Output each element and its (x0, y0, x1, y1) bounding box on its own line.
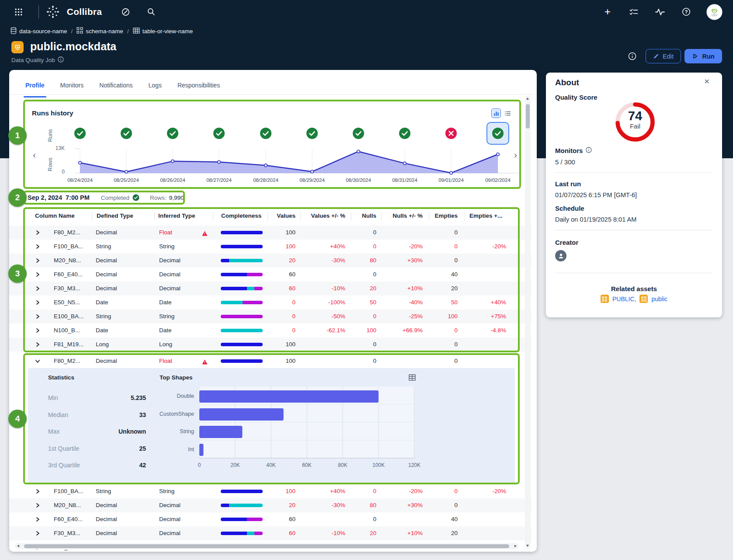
close-icon[interactable]: × (704, 76, 709, 87)
expand-row-chevron-icon[interactable] (35, 243, 41, 250)
run-status-pass-icon[interactable] (213, 127, 225, 139)
shapes-table-view-icon[interactable] (409, 374, 416, 383)
compass-icon[interactable] (119, 0, 132, 24)
header-info-icon[interactable] (628, 52, 636, 62)
data-quality-job-icon (11, 41, 24, 53)
collibra-logo-text[interactable]: Collibra (62, 0, 107, 24)
search-icon[interactable] (145, 0, 158, 24)
table-row[interactable]: F80_M2...DecimalFloat10000 (9, 226, 532, 240)
creator-avatar[interactable] (555, 250, 566, 261)
schema-asset-icon[interactable] (601, 295, 609, 303)
collapse-row-chevron-icon[interactable] (35, 358, 41, 364)
list-view-button[interactable] (503, 108, 512, 118)
column-header[interactable]: Column Name (35, 209, 75, 223)
defined-type-cell: Decimal (96, 526, 117, 540)
vertical-scrollbar[interactable] (525, 95, 531, 549)
expand-row-chevron-icon[interactable] (35, 516, 41, 522)
horizontal-scrollbar[interactable] (15, 543, 519, 549)
related-asset-link[interactable]: PUBLIC, (612, 296, 636, 303)
top-shapes-bars[interactable] (199, 386, 418, 461)
column-header[interactable]: Empties +... (469, 209, 502, 223)
table-row[interactable]: F100_BA...StringString100+40%0-20%0-20% (9, 484, 532, 498)
help-icon[interactable]: ? (679, 0, 693, 24)
table-row[interactable]: M20_N8...DecimalDecimal20-30%80+30%0 (9, 254, 532, 268)
expand-row-chevron-icon[interactable] (35, 488, 41, 494)
runs-area-chart[interactable] (66, 145, 523, 175)
vertical-scroll-thumb[interactable] (526, 104, 530, 129)
column-header[interactable]: Inferred Type (158, 209, 195, 223)
horizontal-scroll-thumb[interactable] (24, 544, 509, 548)
empties-cell: 0 (410, 240, 458, 254)
tab-logs[interactable]: Logs (148, 80, 163, 94)
table-row[interactable]: F60_E40...DecimalDecimal60040 (9, 268, 532, 282)
breadcrumb-schema[interactable]: schema-name (76, 27, 123, 35)
tab-monitors[interactable]: Monitors (59, 80, 85, 94)
run-status-fail-icon[interactable] (445, 127, 457, 139)
scroll-right-arrow[interactable] (514, 545, 517, 547)
add-icon[interactable]: + (601, 0, 615, 24)
breadcrumb-table[interactable]: table-or-view-name (133, 28, 193, 35)
completeness-segment-blue (221, 273, 247, 276)
divider (555, 172, 713, 173)
collibra-logo-icon[interactable] (45, 0, 61, 24)
table-row[interactable]: M20_N8...DecimalDecimal20-30%80+30%0 (9, 498, 532, 512)
expand-row-chevron-icon[interactable] (35, 313, 41, 320)
stat-value: 25 (94, 445, 146, 452)
edit-button[interactable]: Edit (646, 49, 681, 63)
tab-profile[interactable]: Profile (24, 80, 45, 94)
table-row[interactable]: N100_B...DateDate0-62.1%100+66.9%0-4.8% (9, 323, 532, 337)
type-mismatch-warning-icon (202, 230, 208, 235)
scroll-down-arrow[interactable] (526, 545, 529, 547)
column-header[interactable]: Defined Type (97, 209, 133, 223)
expand-row-chevron-icon[interactable] (35, 530, 41, 536)
scroll-left-arrow[interactable] (17, 545, 19, 547)
schema-asset-icon[interactable] (639, 295, 648, 303)
run-status-selected[interactable] (486, 122, 509, 145)
run-button[interactable]: Run (684, 49, 722, 63)
table-row[interactable]: F81_M19...LongLong10000 (9, 337, 532, 351)
bar-chart-icon (493, 111, 499, 116)
related-asset-link[interactable]: public (651, 296, 667, 303)
runs-prev-arrow[interactable]: ‹ (33, 151, 36, 159)
column-header[interactable]: Values (239, 209, 295, 223)
table-row[interactable]: F30_M3...DecimalDecimal60-10%20+10%20 (9, 282, 532, 296)
breadcrumb-data-source[interactable]: data-source-name (10, 27, 67, 35)
run-status-pass-icon[interactable] (120, 127, 132, 139)
expand-row-chevron-icon[interactable] (35, 230, 41, 236)
table-row[interactable]: F80_M2...DecimalFloat10000 (9, 354, 532, 368)
run-status-pass-icon[interactable] (399, 127, 411, 139)
tab-notifications[interactable]: Notifications (98, 80, 133, 94)
tab-responsibilities[interactable]: Responsibilities (177, 80, 221, 94)
expand-row-chevron-icon[interactable] (35, 502, 41, 508)
table-row[interactable]: E100_BA...StringString0-50%0-25%100+75% (9, 310, 532, 323)
user-avatar[interactable] (706, 0, 723, 24)
run-info-bar: Sep 2, 2024 7:00 PM Completed Rows: 9,99… (28, 191, 184, 205)
inferred-type-cell: String (159, 310, 174, 323)
app-grid-menu-icon[interactable] (11, 0, 26, 24)
column-header[interactable]: Empties (401, 209, 458, 223)
monitors-info-icon[interactable] (586, 147, 592, 154)
activity-pulse-icon[interactable] (653, 0, 667, 24)
run-status-pass-icon[interactable] (74, 127, 86, 139)
table-row[interactable]: F60_E40...DecimalDecimal60040 (9, 512, 532, 526)
expand-row-chevron-icon[interactable] (35, 271, 41, 278)
info-icon[interactable] (58, 56, 64, 64)
run-status-pass-icon[interactable] (260, 127, 272, 139)
y-axis-max: 13K (50, 145, 65, 151)
table-row[interactable]: F30_M3...DecimalDecimal60-10%20+10%20 (9, 526, 532, 540)
shape-category-label: Double (142, 393, 194, 399)
table-row[interactable]: E50_N5...DateDate0-100%50-40%50+40% (9, 296, 532, 310)
nulls-cell: 0 (329, 310, 376, 323)
expand-row-chevron-icon[interactable] (35, 341, 41, 348)
chart-view-button[interactable] (491, 108, 501, 118)
table-row[interactable]: F100_BA...StringString100+40%0-20%0-20% (9, 240, 532, 254)
expand-row-chevron-icon[interactable] (35, 327, 41, 334)
run-status-pass-icon[interactable] (306, 127, 318, 139)
run-status-pass-icon[interactable] (352, 127, 365, 139)
expand-row-chevron-icon[interactable] (35, 257, 41, 264)
tasks-icon[interactable] (627, 0, 641, 24)
expand-row-chevron-icon[interactable] (35, 285, 41, 292)
expand-row-chevron-icon[interactable] (35, 299, 41, 306)
scroll-up-arrow[interactable] (526, 97, 529, 100)
run-status-pass-icon[interactable] (167, 127, 179, 139)
